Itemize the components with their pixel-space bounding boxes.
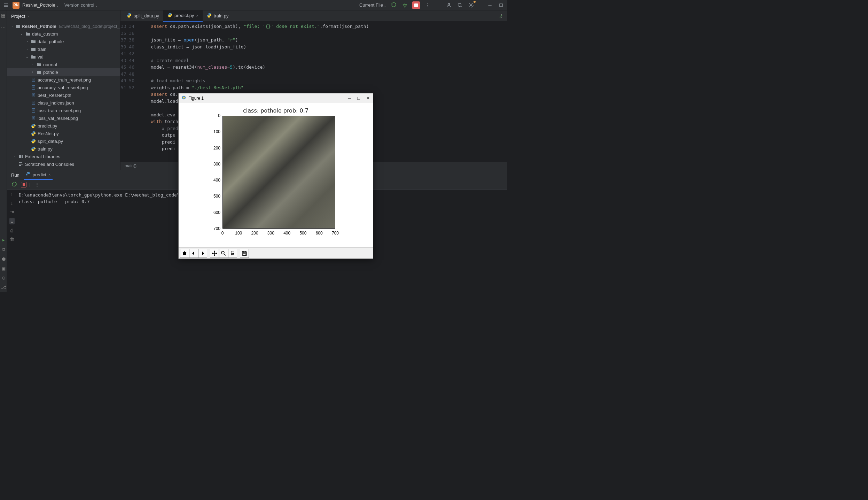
close-icon[interactable]: × [48,172,50,177]
scroll-to-end-icon[interactable]: ⤓ [9,218,15,224]
py-file-icon [31,131,36,136]
matplotlib-figure-window[interactable]: Figure 1 ─ □ ✕ class: pothole prob: 0.7 … [178,93,373,259]
rerun-icon[interactable] [390,1,398,9]
editor-tabs: split_data.pypredict.py×train.py ⋮ [120,10,507,22]
tree-item[interactable]: split_data.py [7,137,120,145]
up-arrow-icon[interactable]: ↑ [11,192,13,197]
maximize-icon[interactable] [497,1,505,9]
maximize-icon[interactable]: □ [357,95,360,101]
tree-root[interactable]: ⌄ ResNet_Pothole E:\wechat_blog_code\pro… [7,22,120,30]
tree-scratches[interactable]: Scratches and Consoles [7,160,120,168]
problems-icon[interactable]: ⊙ [2,275,6,280]
tree-item-label: ResNet.py [38,131,59,136]
tree-item[interactable]: accuracy_train_resnet.png [7,76,120,84]
main-menu-icon[interactable] [2,1,10,9]
editor-tab[interactable]: predict.py× [163,10,203,22]
project-tree: ⌄ ResNet_Pothole E:\wechat_blog_code\pro… [7,22,120,170]
tree-item[interactable]: ResNet.py [7,130,120,137]
python-console-icon[interactable]: ⧉ [2,247,5,252]
save-icon[interactable] [240,249,249,258]
y-tick-label: 300 [210,162,220,167]
rerun-icon[interactable] [10,181,18,189]
stop-icon[interactable] [21,182,26,187]
libraries-icon [18,154,24,159]
tree-arrow-icon[interactable]: ⌄ [19,32,24,36]
terminal-icon[interactable]: ▣ [1,266,6,271]
tree-item-label: loss_val_resnet.png [38,116,78,121]
tree-item[interactable]: ⌄val [7,53,120,61]
pan-icon[interactable] [210,249,219,258]
project-panel-header[interactable]: Project ⌄ [7,10,120,22]
vcs-icon[interactable]: ⎇ [1,285,6,290]
down-arrow-icon[interactable]: ↓ [11,200,13,206]
stop-button[interactable] [412,1,420,9]
figure-titlebar[interactable]: Figure 1 ─ □ ✕ [179,93,373,103]
project-name[interactable]: ResNet_Pothole⌄ [22,2,59,8]
tree-arrow-icon[interactable]: › [31,70,35,74]
tree-external-libraries[interactable]: › External Libraries [7,153,120,160]
print-icon[interactable]: ⎙ [10,228,13,233]
editor-tab[interactable]: split_data.py [123,10,163,22]
tree-item[interactable]: loss_train_resnet.png [7,107,120,114]
clear-icon[interactable]: 🗑 [10,237,14,242]
close-icon[interactable]: ✕ [366,95,370,101]
debug-icon[interactable] [401,1,409,9]
minimize-icon[interactable]: ─ [348,95,351,101]
services-icon[interactable]: ⬢ [2,256,6,262]
run-config-selector[interactable]: Current File⌄ [359,2,386,8]
home-icon[interactable] [180,249,189,258]
zoom-icon[interactable] [219,249,228,258]
run-tab[interactable]: predict × [24,170,53,180]
tree-item-label: data_custom [32,31,58,37]
inspection-ok-icon[interactable]: ✓ [499,14,503,19]
python-file-icon [127,13,132,19]
back-icon[interactable] [189,249,198,258]
tree-item-label: val [38,54,44,60]
editor-tab[interactable]: train.py [203,10,233,22]
python-file-icon [167,13,172,18]
soft-wrap-icon[interactable]: ⇥ [10,209,14,214]
more-icon[interactable]: ⋮ [33,181,41,189]
figure-window-title: Figure 1 [188,96,204,101]
run-panel-title: Run [11,172,19,178]
pth-file-icon [31,93,36,98]
tree-item[interactable]: ›normal [7,61,120,68]
svg-rect-22 [243,254,246,255]
more-icon[interactable]: ⋮ [423,1,431,9]
tree-item[interactable]: class_indices.json [7,99,120,107]
tree-item[interactable]: predict.py [7,122,120,130]
forward-icon[interactable] [198,249,207,258]
svg-point-17 [221,251,224,254]
tree-item[interactable]: train.py [7,145,120,153]
x-tick-label: 200 [250,231,260,236]
tree-item[interactable]: best_ResNet.pth [7,91,120,99]
tree-arrow-icon[interactable]: › [25,40,29,43]
version-control-menu[interactable]: Version control⌄ [62,2,98,8]
y-tick-label: 700 [210,226,220,231]
minimize-icon[interactable]: ─ [486,1,494,9]
configure-icon[interactable] [228,249,237,258]
code-with-me-icon[interactable] [445,1,453,9]
tree-item-label: train [38,47,46,52]
y-tick-label: 200 [210,146,220,151]
tree-arrow-icon[interactable]: › [31,63,35,66]
tree-arrow-icon[interactable]: ⌄ [25,55,29,59]
search-icon[interactable] [456,1,464,9]
tree-item[interactable]: accuracy_val_resnet.png [7,84,120,91]
tree-item[interactable]: loss_val_resnet.png [7,114,120,122]
tree-item[interactable]: ⌄data_custom [7,30,120,38]
collapse-arrow-icon[interactable]: ⌄ [11,24,14,28]
tree-item[interactable]: ›train [7,45,120,53]
tree-arrow-icon[interactable]: › [25,47,29,51]
x-tick-label: 100 [233,231,244,236]
rail-icon[interactable]: ▦ [1,13,6,18]
tree-item[interactable]: ›pothole [7,68,120,76]
settings-icon[interactable] [467,1,475,9]
tree-item[interactable]: ›data_pothole [7,38,120,45]
rail-icon[interactable]: … [1,23,6,29]
tab-label: predict.py [174,13,194,18]
expand-arrow-icon[interactable]: › [13,155,17,158]
svg-rect-7 [32,93,35,97]
run-tool-icon[interactable]: ▸ [2,237,5,243]
close-icon[interactable]: × [196,14,198,18]
